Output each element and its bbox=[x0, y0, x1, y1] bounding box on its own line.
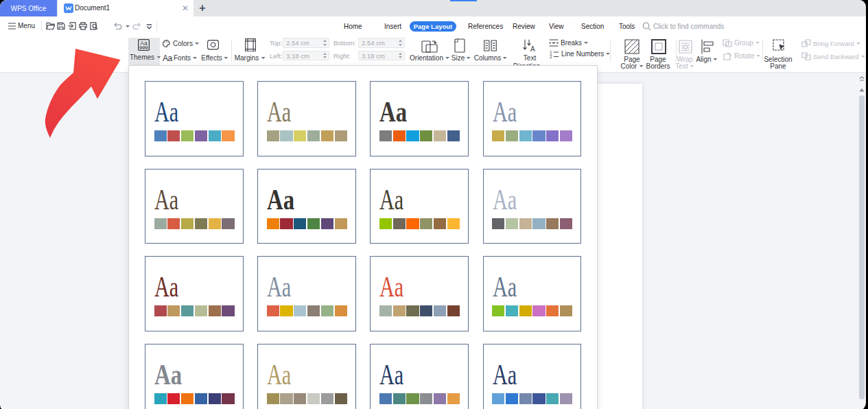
svg-text:Aa: Aa bbox=[140, 40, 148, 47]
svg-text:A: A bbox=[530, 45, 535, 53]
svg-text:2: 2 bbox=[550, 54, 552, 58]
